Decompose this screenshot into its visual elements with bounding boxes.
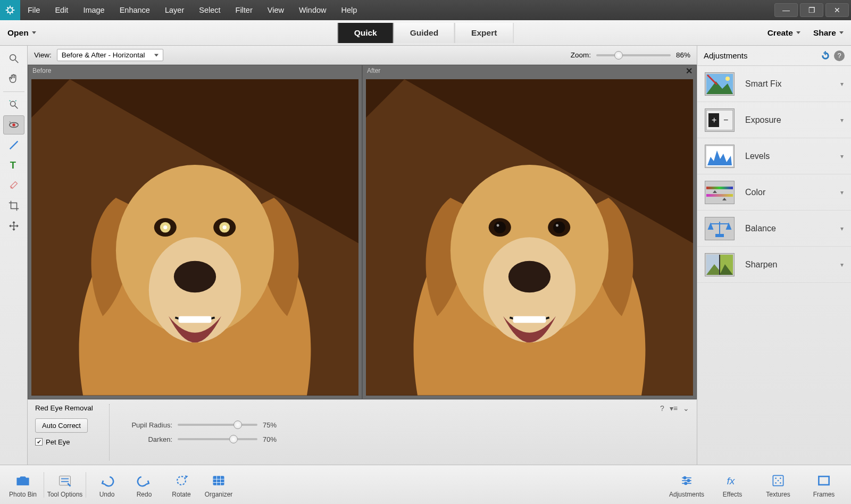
menu-image[interactable]: Image — [76, 6, 112, 14]
organizer-icon — [211, 472, 226, 490]
menu-help[interactable]: Help — [334, 6, 365, 14]
menu-file[interactable]: File — [20, 6, 47, 14]
image-area: ✕ Before — [28, 65, 697, 399]
spot-heal-tool[interactable] — [3, 176, 24, 195]
move-tool[interactable] — [3, 216, 24, 236]
panel-menu-icon[interactable]: ▾≡ — [670, 404, 678, 413]
mode-tab-expert[interactable]: Expert — [455, 23, 513, 43]
redo-button[interactable]: Redo — [126, 472, 163, 498]
svg-line-8 — [10, 141, 18, 149]
frames-button[interactable]: Frames — [801, 472, 847, 498]
zoom-label: Zoom: — [571, 51, 591, 59]
darken-slider[interactable] — [178, 438, 257, 440]
tool-options-button[interactable]: Tool Options — [46, 472, 84, 498]
adj-color[interactable]: Color ▾ — [697, 174, 851, 211]
create-button[interactable]: Create — [767, 28, 800, 38]
svg-rect-26 — [513, 316, 546, 323]
menu-enhance[interactable]: Enhance — [112, 6, 157, 14]
adjustments-icon — [679, 472, 694, 490]
svg-point-6 — [12, 123, 15, 127]
svg-marker-45 — [713, 190, 717, 193]
view-label: View: — [34, 51, 52, 59]
quick-select-tool[interactable] — [3, 95, 24, 114]
collapse-icon[interactable]: ⌄ — [683, 404, 689, 413]
share-button[interactable]: Share — [813, 28, 844, 38]
pupil-radius-slider[interactable] — [178, 424, 257, 426]
svg-rect-60 — [213, 476, 224, 485]
svg-point-69 — [687, 479, 689, 481]
organizer-button[interactable]: Organizer — [200, 472, 237, 498]
svg-point-25 — [508, 261, 550, 292]
svg-marker-46 — [722, 198, 727, 200]
close-image-button[interactable]: ✕ — [686, 66, 693, 76]
mode-tab-guided[interactable]: Guided — [394, 23, 455, 43]
svg-point-1 — [10, 55, 15, 61]
textures-button[interactable]: Textures — [755, 472, 801, 498]
svg-point-73 — [775, 477, 777, 479]
adj-levels[interactable]: Levels ▾ — [697, 138, 851, 174]
photo-bin-button[interactable]: Photo Bin — [4, 472, 41, 498]
close-button[interactable]: ✕ — [825, 3, 849, 17]
adj-smart-fix[interactable]: Smart Fix ▾ — [697, 66, 851, 102]
svg-line-2 — [15, 60, 18, 63]
help-icon[interactable]: ? — [660, 404, 664, 413]
after-canvas[interactable] — [366, 79, 693, 395]
mode-tabs: Quick Guided Expert — [338, 23, 514, 43]
svg-point-0 — [7, 7, 12, 12]
adj-exposure[interactable]: +− Exposure ▾ — [697, 102, 851, 138]
adj-balance[interactable]: Balance ▾ — [697, 211, 851, 247]
pet-eye-checkbox[interactable]: ✔ Pet Eye — [35, 438, 102, 446]
color-icon — [705, 181, 735, 204]
svg-text:fx: fx — [727, 475, 736, 486]
levels-icon — [705, 145, 735, 168]
menu-select[interactable]: Select — [191, 6, 228, 14]
view-dropdown[interactable]: Before & After - Horizontal — [57, 49, 163, 61]
svg-rect-78 — [819, 476, 829, 485]
maximize-button[interactable]: ❐ — [800, 3, 823, 17]
menu-edit[interactable]: Edit — [47, 6, 76, 14]
help-icon[interactable]: ? — [834, 51, 845, 61]
svg-rect-44 — [706, 194, 733, 197]
effects-button[interactable]: fx Effects — [710, 472, 755, 498]
window-controls: — ❐ ✕ — [774, 3, 851, 17]
hand-tool[interactable] — [3, 69, 24, 88]
svg-point-3 — [10, 102, 15, 106]
tool-options-panel: Red Eye Removal Auto Correct ✔ Pet Eye P… — [28, 399, 697, 465]
svg-point-14 — [174, 261, 216, 292]
mode-tab-quick[interactable]: Quick — [338, 23, 394, 43]
open-button[interactable]: Open — [7, 28, 36, 38]
chevron-down-icon — [796, 31, 800, 34]
whiten-tool[interactable] — [3, 136, 24, 155]
bottom-bar: Photo Bin Tool Options Undo Redo Rotate … — [0, 465, 851, 504]
svg-point-31 — [553, 222, 565, 233]
adjustments-button[interactable]: Adjustments — [664, 472, 710, 498]
before-canvas[interactable] — [31, 79, 358, 395]
menu-view[interactable]: View — [260, 6, 291, 14]
red-eye-tool[interactable] — [3, 115, 24, 135]
menu-layer[interactable]: Layer — [157, 6, 191, 14]
pupil-radius-label: Pupil Radius: — [124, 421, 172, 429]
menu-filter[interactable]: Filter — [228, 6, 260, 14]
crop-tool[interactable] — [3, 196, 24, 215]
svg-point-29 — [497, 224, 499, 227]
open-label: Open — [7, 28, 29, 38]
menubar: File Edit Image Enhance Layer Select Fil… — [0, 0, 851, 20]
undo-icon — [99, 472, 114, 490]
svg-text:T: T — [10, 159, 15, 171]
undo-button[interactable]: Undo — [88, 472, 126, 498]
view-bar: View: Before & After - Horizontal Zoom: … — [28, 46, 697, 65]
mode-bar: Open Quick Guided Expert Create Share — [0, 20, 851, 46]
darken-label: Darken: — [124, 435, 172, 443]
svg-text:−: − — [723, 115, 728, 124]
rotate-button[interactable]: Rotate — [163, 472, 200, 498]
zoom-tool[interactable] — [3, 49, 24, 68]
svg-point-21 — [223, 225, 227, 229]
reset-icon[interactable] — [820, 51, 831, 61]
minimize-button[interactable]: — — [774, 3, 798, 17]
menu-window[interactable]: Window — [291, 6, 334, 14]
adj-sharpen[interactable]: Sharpen ▾ — [697, 247, 851, 283]
zoom-slider[interactable] — [596, 54, 671, 56]
auto-correct-button[interactable]: Auto Correct — [35, 418, 88, 433]
checkbox-icon: ✔ — [35, 438, 43, 446]
type-tool[interactable]: T — [3, 156, 24, 175]
